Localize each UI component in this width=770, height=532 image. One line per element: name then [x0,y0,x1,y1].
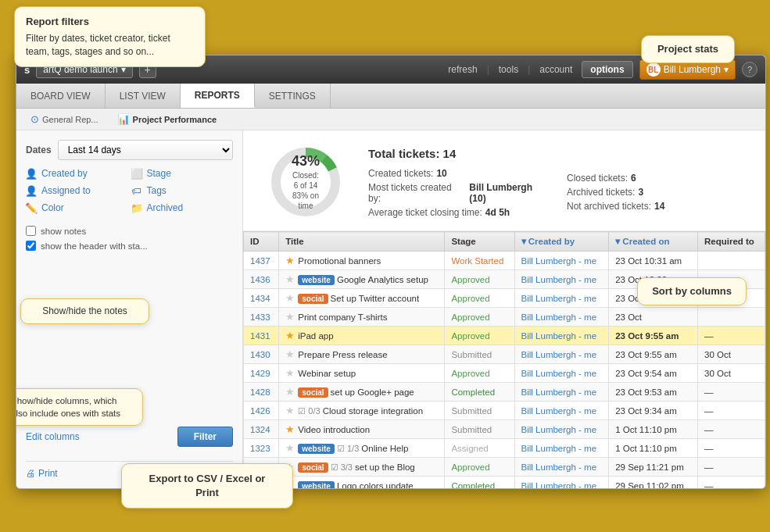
ticket-created-by: Bill Lumbergh - me [514,364,609,383]
filter-color-label: Color [41,202,64,213]
star-icon[interactable]: ★ [285,386,295,398]
tooltip-report-filters-body: Filter by dates, ticket creator, ticket … [26,32,194,59]
ticket-stage: Approved [445,327,514,345]
tooltip-sort-columns: Sort by columns [637,277,747,305]
ticket-required-to: — [698,383,765,402]
col-id[interactable]: ID [244,232,279,252]
tab-board-view[interactable]: BOARD VIEW [16,84,106,108]
ticket-title[interactable]: ★socialset up Google+ page [279,383,445,402]
filter-archived[interactable]: 📁 Archived [131,202,234,213]
filter-tags-icon: 🏷 [131,185,142,196]
stats-summary: 43% Closed: 6 of 14 83% on time Total ti… [243,130,765,231]
nav-user-avatar: BL [646,62,661,77]
sub-tab-performance-label: Project Performance [133,115,217,124]
tooltip-show-hide-notes-label: Show/hide the notes [42,305,127,316]
filter-color[interactable]: ✏️ Color [26,202,128,213]
ticket-title[interactable]: ★website☑ 1/3 Online Help [279,439,445,458]
ticket-stage: Approved [445,270,514,289]
ticket-stage: Assigned [445,439,514,458]
filter-stage[interactable]: ⬜ Stage [131,168,234,179]
filter-assigned-to[interactable]: 👤 Assigned to [26,185,128,196]
print-button[interactable]: 🖨 Print [26,468,58,479]
star-icon[interactable]: ★ [285,348,295,360]
filter-dates-label: Dates [26,145,52,155]
table-row[interactable]: 1429★Webinar setupApprovedBill Lumbergh … [244,364,765,383]
ticket-title[interactable]: ★iPad app [279,327,445,345]
ticket-title[interactable]: ★social☑ 3/3 set up the Blog [279,458,445,477]
ticket-title[interactable]: ★Promotional banners [279,252,445,270]
filter-dates-row: Dates Last 14 days [26,140,233,160]
ticket-created-on: 23 Oct 9:34 am [609,402,698,420]
nav-refresh-action[interactable]: refresh [445,64,480,75]
table-row[interactable]: 1431★iPad appApprovedBill Lumbergh - me2… [244,327,765,345]
filter-show-notes-checkbox[interactable] [26,226,36,236]
ticket-created-by: Bill Lumbergh - me [514,345,609,364]
edit-columns-link[interactable]: Edit columns [26,431,171,442]
table-row[interactable]: 1323★website☑ 1/3 Online HelpAssignedBil… [244,439,765,458]
ticket-title[interactable]: ★Webinar setup [279,364,445,383]
ticket-title[interactable]: ★socialSet up Twitter account [279,289,445,308]
nav-options-button[interactable]: options [582,61,632,78]
ticket-id: 1436 [244,270,279,289]
tab-list-view[interactable]: LIST VIEW [106,84,181,108]
filter-stage-icon: ⬜ [131,168,142,179]
star-icon[interactable]: ★ [285,273,295,285]
tooltip-sort-columns-label: Sort by columns [652,285,732,297]
nav-account-action[interactable]: account [536,64,575,75]
star-icon[interactable]: ★ [285,405,295,416]
nav-help-button[interactable]: ? [742,62,757,77]
col-stage[interactable]: Stage [445,232,514,252]
ticket-title[interactable]: ★Video introduction [279,420,445,439]
sub-tab-performance[interactable]: 📊 Project Performance [109,111,225,127]
star-icon[interactable]: ★ [285,311,295,323]
ticket-created-on: 23 Oct 10:31 am [609,252,698,270]
col-created-by[interactable]: ▾ Created by [514,232,609,252]
ticket-created-on: 1 Oct 11:10 pm [609,439,698,458]
stats-col-2: Closed tickets: 6 Archived tickets: 3 No… [567,143,750,221]
ticket-id: 1431 [244,327,279,345]
table-row[interactable]: 1291★websiteLogo colors updateCompletedB… [244,477,765,489]
ticket-created-by: Bill Lumbergh - me [514,439,609,458]
star-icon[interactable]: ★ [285,292,295,304]
ticket-created-by: Bill Lumbergh - me [514,270,609,289]
star-icon[interactable]: ★ [285,255,295,266]
nav-tools-action[interactable]: tools [496,64,521,75]
ticket-title[interactable]: ★Prepare Press release [279,345,445,364]
ticket-title[interactable]: ★websiteLogo colors update [279,477,445,489]
ticket-required-to: — [698,402,765,420]
filter-show-header-checkbox[interactable] [26,241,36,251]
ticket-title[interactable]: ★Print company T-shirts [279,308,445,327]
ticket-required-to: — [698,477,765,489]
tab-settings[interactable]: SETTINGS [255,84,331,108]
donut-subtitle3: 83% on time [286,191,325,212]
filter-show-header-label: show the header with sta... [41,241,148,251]
star-icon[interactable]: ★ [285,423,295,435]
table-row[interactable]: 1430★Prepare Press releaseSubmittedBill … [244,345,765,364]
col-title[interactable]: Title [279,232,445,252]
filter-tags[interactable]: 🏷 Tags [131,185,234,196]
filter-created-by[interactable]: 👤 Created by [26,168,128,179]
col-created-on[interactable]: ▾ Created on [609,232,698,252]
star-icon[interactable]: ★ [285,442,295,454]
filter-date-select[interactable]: Last 14 days [58,140,233,160]
ticket-table-wrapper[interactable]: ID Title Stage ▾ Created by ▾ Created on… [243,231,765,488]
table-row[interactable]: 1324★Video introductionSubmittedBill Lum… [244,420,765,439]
filter-created-by-label: Created by [41,168,88,179]
star-icon[interactable]: ★ [285,330,295,341]
ticket-stage: Approved [445,364,514,383]
filter-button[interactable]: Filter [177,427,233,447]
table-row[interactable]: 1437★Promotional bannersWork StartedBill… [244,252,765,270]
ticket-title[interactable]: ★websiteGoogle Analytics setup [279,270,445,289]
tab-reports[interactable]: REPORTS [181,84,255,108]
table-row[interactable]: 1433★Print company T-shirtsApprovedBill … [244,308,765,327]
stats-closed-tickets-label: Closed tickets: [567,173,628,184]
table-row[interactable]: 1294★social☑ 3/3 set up the BlogApproved… [244,458,765,477]
sub-tab-general-rep[interactable]: ⊙ General Rep... [23,111,106,127]
col-required-to[interactable]: Required to [698,232,765,252]
ticket-title[interactable]: ★☑ 0/3 Cloud storage integration [279,402,445,420]
ticket-stage: Completed [445,383,514,402]
donut-percentage: 43% [286,152,325,170]
table-row[interactable]: 1426★☑ 0/3 Cloud storage integrationSubm… [244,402,765,420]
star-icon[interactable]: ★ [285,367,295,379]
table-row[interactable]: 1428★socialset up Google+ pageCompletedB… [244,383,765,402]
